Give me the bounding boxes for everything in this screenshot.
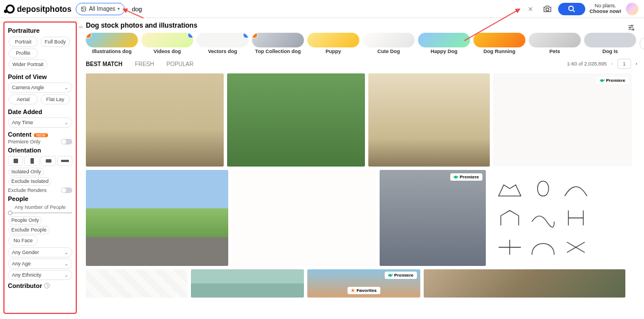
chevron-down-icon: ⌄	[64, 85, 68, 90]
result-tile[interactable]	[86, 269, 188, 298]
orient-portrait[interactable]	[24, 156, 40, 166]
camera-angle-select[interactable]: Camera Angle ⌄	[8, 82, 72, 93]
category-pill[interactable]: Happy Dog	[418, 33, 470, 54]
category-scroll[interactable]: Illustrations dogVideos dogVectors dogTo…	[86, 33, 638, 54]
date-title: Date Added	[8, 108, 72, 115]
category-label: Illustrations dog	[86, 49, 138, 54]
result-tile[interactable]	[424, 269, 625, 298]
orientation-title: Orientation	[8, 147, 72, 154]
category-dropdown[interactable]: All Images ▾	[76, 3, 125, 15]
orient-square[interactable]	[8, 156, 23, 166]
chevron-down-icon: ⌄	[64, 250, 68, 255]
help-icon[interactable]: ?	[44, 283, 50, 289]
category-pill[interactable]: Dog Is	[584, 33, 636, 54]
category-scroll-next[interactable]: ›	[639, 37, 644, 50]
filter-no-face[interactable]: No Face	[8, 235, 38, 246]
filter-isolated-only[interactable]: Isolated Only	[8, 168, 44, 176]
category-thumb	[252, 33, 304, 47]
premiere-toggle[interactable]	[61, 139, 72, 145]
result-tile[interactable]: Premiere	[380, 170, 486, 266]
tab-best-match[interactable]: BEST MATCH	[86, 61, 123, 67]
prev-page[interactable]: ‹	[610, 61, 614, 67]
category-pill[interactable]: Dog Running	[473, 33, 525, 54]
category-label: Dog Running	[473, 49, 525, 54]
category-thumb	[86, 33, 138, 47]
filter-exclude-people[interactable]: Exclude People	[8, 226, 50, 234]
result-tile[interactable]: Premiere Favorites	[307, 269, 420, 298]
camera-angle-value: Camera Angle	[12, 85, 44, 90]
result-tile[interactable]	[86, 170, 228, 266]
category-pill[interactable]: Videos dog	[141, 33, 193, 54]
category-thumb	[529, 33, 581, 47]
gender-value: Any Gender	[12, 250, 39, 255]
filter-portrait[interactable]: Portrait	[8, 37, 38, 47]
orient-landscape[interactable]	[41, 156, 56, 166]
favorites-badge: Favorites	[347, 287, 380, 294]
category-thumb	[473, 33, 525, 47]
filter-wider-portrait[interactable]: Wider Portrait	[8, 59, 47, 69]
result-tile[interactable]	[368, 73, 490, 167]
category-pill[interactable]: Vectors dog	[197, 33, 249, 54]
search-wrapper	[129, 3, 519, 15]
category-pill[interactable]: Cute Dog	[363, 33, 415, 54]
category-label: Happy Dog	[418, 49, 470, 54]
plans-line2: Choose now!	[590, 9, 622, 15]
content-title: Content	[8, 131, 32, 138]
plans-link[interactable]: No plans. Choose now!	[590, 3, 622, 15]
age-value: Any Age	[12, 261, 31, 266]
top-header: depositphotos All Images ▾ No plans. Cho…	[0, 0, 644, 18]
new-badge: NEW	[34, 133, 47, 137]
exclude-renders-label: Exclude Renders	[8, 187, 47, 193]
result-tile[interactable]	[232, 170, 376, 266]
result-tile[interactable]	[86, 73, 224, 167]
premiere-toggle-label: Premiere Only	[8, 139, 41, 145]
category-pill[interactable]: Pets	[529, 33, 581, 54]
exclude-renders-toggle[interactable]	[61, 187, 72, 193]
result-tile[interactable]	[489, 170, 597, 266]
clear-search-button[interactable]	[524, 3, 537, 15]
svg-point-5	[629, 27, 630, 28]
category-pill[interactable]: Top Collection dog	[252, 33, 304, 54]
date-select[interactable]: Any Time ⌄	[8, 117, 72, 128]
orient-panorama[interactable]	[57, 156, 72, 166]
result-tile[interactable]: Premiere	[493, 73, 632, 167]
category-thumb	[197, 33, 249, 47]
gender-select[interactable]: Any Gender⌄	[8, 247, 72, 257]
filter-full-body[interactable]: Full Body	[41, 37, 70, 47]
filter-people-only[interactable]: People Only	[8, 216, 42, 225]
search-button[interactable]	[558, 3, 585, 15]
result-tile[interactable]	[227, 73, 365, 167]
date-value: Any Time	[12, 120, 33, 125]
next-page[interactable]: ›	[634, 61, 638, 67]
display-settings-button[interactable]	[625, 21, 637, 34]
ethnicity-select[interactable]: Any Ethnicity⌄	[8, 270, 72, 280]
age-select[interactable]: Any Age⌄	[8, 259, 72, 269]
filter-aerial[interactable]: Aerial	[8, 94, 38, 104]
category-pill[interactable]: Illustrations dog	[86, 33, 138, 54]
result-tile[interactable]	[191, 269, 304, 298]
svg-point-6	[633, 29, 634, 30]
category-thumb	[418, 33, 470, 47]
category-label: All Images	[89, 6, 115, 12]
svg-point-3	[568, 6, 573, 10]
people-title: People	[8, 195, 72, 202]
tab-fresh[interactable]: FRESH	[135, 61, 154, 67]
user-avatar[interactable]	[626, 3, 638, 15]
svg-point-4	[632, 25, 633, 26]
category-label: Top Collection dog	[252, 49, 304, 54]
tab-popular[interactable]: POPULAR	[167, 61, 194, 67]
category-label: Cute Dog	[363, 49, 415, 54]
filter-profile[interactable]: Profile	[8, 48, 38, 58]
page-input[interactable]: 1	[617, 59, 631, 69]
filter-exclude-isolated[interactable]: Exclude Isolated	[8, 177, 51, 186]
filter-flat-lay[interactable]: Flat Lay	[41, 94, 70, 104]
filter-sidebar: Portraiture Portrait Full Body Profile W…	[3, 21, 77, 314]
category-pill[interactable]: Puppy	[307, 33, 359, 54]
people-slider[interactable]	[8, 212, 72, 213]
people-slider-label: Any Number of People	[8, 204, 72, 210]
visual-search-button[interactable]	[541, 3, 554, 15]
category-label: Videos dog	[141, 49, 193, 54]
camera-icon	[543, 5, 552, 14]
search-input[interactable]	[129, 3, 519, 15]
brand-logo[interactable]: depositphotos	[6, 5, 71, 14]
